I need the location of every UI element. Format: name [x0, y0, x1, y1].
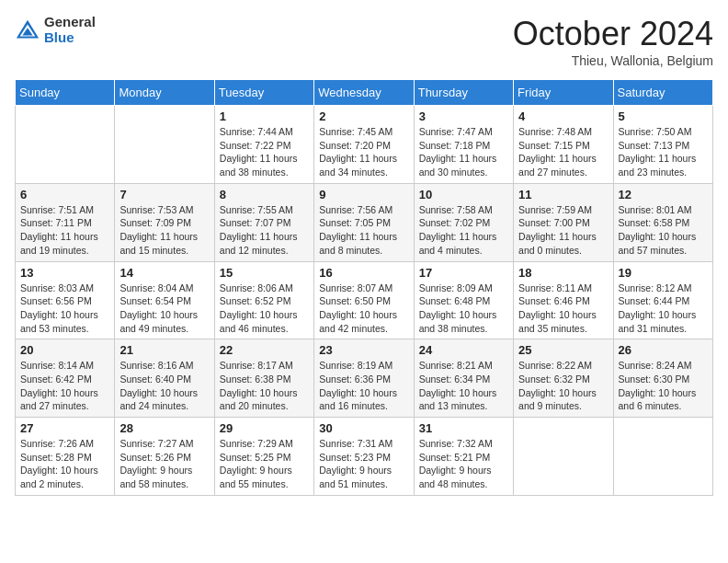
page-header: General Blue October 2024 Thieu, Walloni… — [15, 15, 713, 68]
day-number: 24 — [419, 343, 508, 357]
day-cell: 19Sunrise: 8:12 AM Sunset: 6:44 PM Dayli… — [613, 261, 712, 339]
day-info: Sunrise: 7:51 AM Sunset: 7:11 PM Dayligh… — [20, 203, 109, 258]
day-info: Sunrise: 8:04 AM Sunset: 6:54 PM Dayligh… — [119, 282, 209, 336]
day-number: 22 — [220, 343, 309, 357]
day-number: 28 — [119, 421, 209, 435]
day-number: 27 — [20, 421, 109, 435]
day-cell: 31Sunrise: 7:32 AM Sunset: 5:21 PM Dayli… — [414, 418, 513, 496]
day-number: 10 — [419, 188, 508, 201]
day-info: Sunrise: 8:03 AM Sunset: 6:56 PM Dayligh… — [20, 282, 109, 336]
day-number: 31 — [419, 421, 508, 435]
day-cell: 30Sunrise: 7:31 AM Sunset: 5:23 PM Dayli… — [314, 418, 414, 496]
day-cell: 1Sunrise: 7:44 AM Sunset: 7:22 PM Daylig… — [214, 106, 313, 184]
day-cell: 11Sunrise: 7:59 AM Sunset: 7:00 PM Dayli… — [514, 183, 613, 261]
day-cell: 9Sunrise: 7:56 AM Sunset: 7:05 PM Daylig… — [314, 183, 414, 261]
week-row-2: 6Sunrise: 7:51 AM Sunset: 7:11 PM Daylig… — [16, 183, 713, 261]
day-number: 19 — [619, 266, 708, 280]
day-number: 6 — [20, 188, 109, 201]
week-row-3: 13Sunrise: 8:03 AM Sunset: 6:56 PM Dayli… — [16, 261, 713, 339]
day-number: 29 — [220, 421, 309, 435]
day-info: Sunrise: 7:58 AM Sunset: 7:02 PM Dayligh… — [419, 203, 508, 258]
day-info: Sunrise: 7:27 AM Sunset: 5:26 PM Dayligh… — [119, 437, 209, 491]
month-title: October 2024 — [513, 15, 713, 53]
logo-blue-text: Blue — [44, 30, 96, 46]
weekday-header-thursday: Thursday — [414, 80, 513, 106]
day-info: Sunrise: 8:17 AM Sunset: 6:38 PM Dayligh… — [220, 359, 309, 413]
day-cell: 28Sunrise: 7:27 AM Sunset: 5:26 PM Dayli… — [115, 418, 214, 496]
title-block: October 2024 Thieu, Wallonia, Belgium — [513, 15, 713, 68]
day-number: 5 — [619, 109, 708, 123]
day-number: 23 — [319, 343, 408, 357]
weekday-header-monday: Monday — [115, 80, 214, 106]
day-cell: 5Sunrise: 7:50 AM Sunset: 7:13 PM Daylig… — [613, 106, 712, 184]
day-cell — [16, 106, 115, 184]
day-number: 13 — [20, 266, 109, 280]
day-info: Sunrise: 7:29 AM Sunset: 5:25 PM Dayligh… — [220, 437, 309, 491]
day-cell: 29Sunrise: 7:29 AM Sunset: 5:25 PM Dayli… — [214, 418, 313, 496]
day-cell: 3Sunrise: 7:47 AM Sunset: 7:18 PM Daylig… — [414, 106, 513, 184]
day-number: 18 — [518, 266, 608, 280]
day-cell: 22Sunrise: 8:17 AM Sunset: 6:38 PM Dayli… — [214, 339, 313, 418]
day-cell: 12Sunrise: 8:01 AM Sunset: 6:58 PM Dayli… — [613, 183, 712, 261]
week-row-4: 20Sunrise: 8:14 AM Sunset: 6:42 PM Dayli… — [16, 339, 713, 418]
day-cell: 2Sunrise: 7:45 AM Sunset: 7:20 PM Daylig… — [314, 106, 414, 184]
weekday-header-tuesday: Tuesday — [214, 80, 313, 106]
day-cell: 24Sunrise: 8:21 AM Sunset: 6:34 PM Dayli… — [414, 339, 513, 418]
day-info: Sunrise: 7:31 AM Sunset: 5:23 PM Dayligh… — [319, 437, 408, 491]
day-cell: 20Sunrise: 8:14 AM Sunset: 6:42 PM Dayli… — [16, 339, 115, 418]
day-number: 4 — [518, 109, 608, 123]
day-number: 1 — [220, 109, 309, 123]
day-number: 14 — [119, 266, 209, 280]
day-info: Sunrise: 8:01 AM Sunset: 6:58 PM Dayligh… — [619, 203, 708, 258]
weekday-header-friday: Friday — [514, 80, 613, 106]
day-info: Sunrise: 7:59 AM Sunset: 7:00 PM Dayligh… — [518, 203, 608, 258]
day-number: 11 — [518, 188, 608, 201]
weekday-header-wednesday: Wednesday — [314, 80, 414, 106]
logo-icon — [15, 17, 40, 43]
day-info: Sunrise: 7:26 AM Sunset: 5:28 PM Dayligh… — [20, 437, 109, 491]
day-info: Sunrise: 8:19 AM Sunset: 6:36 PM Dayligh… — [319, 359, 408, 413]
day-cell: 4Sunrise: 7:48 AM Sunset: 7:15 PM Daylig… — [514, 106, 613, 184]
day-cell: 14Sunrise: 8:04 AM Sunset: 6:54 PM Dayli… — [115, 261, 214, 339]
day-cell: 18Sunrise: 8:11 AM Sunset: 6:46 PM Dayli… — [514, 261, 613, 339]
week-row-5: 27Sunrise: 7:26 AM Sunset: 5:28 PM Dayli… — [16, 418, 713, 496]
day-number: 16 — [319, 266, 408, 280]
day-info: Sunrise: 7:32 AM Sunset: 5:21 PM Dayligh… — [419, 437, 508, 491]
day-cell: 10Sunrise: 7:58 AM Sunset: 7:02 PM Dayli… — [414, 183, 513, 261]
weekday-header-row: SundayMondayTuesdayWednesdayThursdayFrid… — [16, 80, 713, 106]
day-number: 7 — [119, 188, 209, 201]
day-info: Sunrise: 7:45 AM Sunset: 7:20 PM Dayligh… — [319, 125, 408, 179]
day-info: Sunrise: 7:55 AM Sunset: 7:07 PM Dayligh… — [220, 203, 309, 258]
day-cell: 21Sunrise: 8:16 AM Sunset: 6:40 PM Dayli… — [115, 339, 214, 418]
calendar-table: SundayMondayTuesdayWednesdayThursdayFrid… — [15, 79, 713, 496]
day-info: Sunrise: 8:21 AM Sunset: 6:34 PM Dayligh… — [419, 359, 508, 413]
day-info: Sunrise: 8:12 AM Sunset: 6:44 PM Dayligh… — [619, 282, 708, 336]
weekday-header-saturday: Saturday — [613, 80, 712, 106]
day-number: 2 — [319, 109, 408, 123]
day-cell — [115, 106, 214, 184]
day-cell: 27Sunrise: 7:26 AM Sunset: 5:28 PM Dayli… — [16, 418, 115, 496]
day-cell: 25Sunrise: 8:22 AM Sunset: 6:32 PM Dayli… — [514, 339, 613, 418]
day-info: Sunrise: 7:50 AM Sunset: 7:13 PM Dayligh… — [619, 125, 708, 179]
logo-text: General Blue — [44, 15, 96, 45]
day-number: 30 — [319, 421, 408, 435]
day-number: 25 — [518, 343, 608, 357]
day-number: 21 — [119, 343, 209, 357]
week-row-1: 1Sunrise: 7:44 AM Sunset: 7:22 PM Daylig… — [16, 106, 713, 184]
day-info: Sunrise: 8:16 AM Sunset: 6:40 PM Dayligh… — [119, 359, 209, 413]
logo: General Blue — [15, 15, 96, 45]
day-info: Sunrise: 7:47 AM Sunset: 7:18 PM Dayligh… — [419, 125, 508, 179]
location-text: Thieu, Wallonia, Belgium — [513, 53, 713, 68]
day-number: 12 — [619, 188, 708, 201]
day-number: 17 — [419, 266, 508, 280]
day-number: 8 — [220, 188, 309, 201]
logo-general-text: General — [44, 15, 96, 30]
day-cell: 7Sunrise: 7:53 AM Sunset: 7:09 PM Daylig… — [115, 183, 214, 261]
day-info: Sunrise: 8:24 AM Sunset: 6:30 PM Dayligh… — [619, 359, 708, 413]
day-info: Sunrise: 8:11 AM Sunset: 6:46 PM Dayligh… — [518, 282, 608, 336]
day-info: Sunrise: 8:22 AM Sunset: 6:32 PM Dayligh… — [518, 359, 608, 413]
day-info: Sunrise: 8:07 AM Sunset: 6:50 PM Dayligh… — [319, 282, 408, 336]
day-cell: 26Sunrise: 8:24 AM Sunset: 6:30 PM Dayli… — [613, 339, 712, 418]
day-info: Sunrise: 7:56 AM Sunset: 7:05 PM Dayligh… — [319, 203, 408, 258]
day-cell — [613, 418, 712, 496]
